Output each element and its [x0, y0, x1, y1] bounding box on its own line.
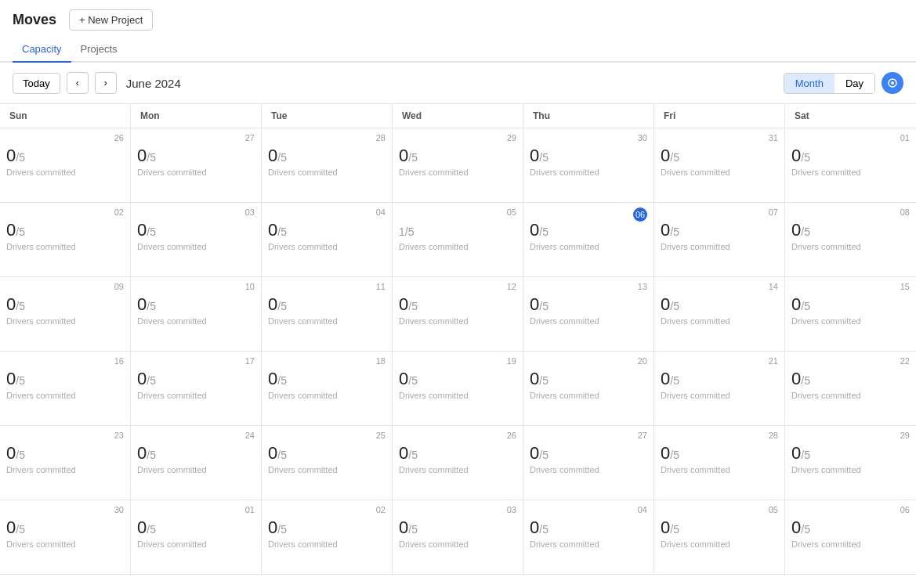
- calendar-cell[interactable]: 130/5Drivers committed: [523, 277, 654, 352]
- cell-label: Drivers committed: [268, 539, 386, 549]
- calendar-cell[interactable]: 110/5Drivers committed: [262, 277, 393, 352]
- cell-count: 0/5: [399, 369, 516, 389]
- calendar-cell[interactable]: 030/5Drivers committed: [393, 500, 523, 575]
- calendar-cell[interactable]: 010/5Drivers committed: [131, 500, 262, 575]
- cell-date: 05: [769, 505, 778, 514]
- calendar-cell[interactable]: 260/5Drivers committed: [393, 426, 523, 500]
- calendar-cell[interactable]: 100/5Drivers committed: [131, 277, 262, 352]
- calendar-cell[interactable]: 230/5Drivers committed: [0, 426, 131, 500]
- calendar-cell[interactable]: 200/5Drivers committed: [523, 352, 654, 426]
- calendar-cell[interactable]: 280/5Drivers committed: [654, 426, 785, 500]
- cell-date: 27: [245, 133, 255, 142]
- cell-count: 0/5: [137, 369, 255, 389]
- header-fri: Fri: [654, 104, 785, 128]
- cell-count: 0/5: [137, 518, 255, 538]
- calendar-cell[interactable]: 051/5Drivers committed: [393, 203, 523, 277]
- calendar-cell[interactable]: 020/5Drivers committed: [262, 500, 393, 575]
- calendar-cell[interactable]: 180/5Drivers committed: [262, 352, 393, 426]
- calendar-header: Sun Mon Tue Wed Thu Fri Sat: [0, 104, 916, 128]
- calendar-cell[interactable]: 050/5Drivers committed: [654, 500, 785, 575]
- cell-date: 17: [245, 356, 255, 366]
- cell-date: 08: [900, 207, 910, 217]
- calendar-cell[interactable]: 040/5Drivers committed: [523, 500, 654, 575]
- calendar-cell[interactable]: 060/5Drivers committed: [785, 500, 916, 575]
- calendar-cell[interactable]: 150/5Drivers committed: [785, 277, 916, 352]
- calendar-cell[interactable]: 270/5Drivers committed: [131, 128, 262, 203]
- calendar-cell[interactable]: 140/5Drivers committed: [654, 277, 785, 352]
- cell-count: 0/5: [268, 369, 386, 389]
- calendar-cell[interactable]: 060/5Drivers committed: [523, 203, 654, 277]
- cell-label: Drivers committed: [6, 465, 124, 474]
- cell-date: 04: [376, 207, 386, 217]
- calendar-cell[interactable]: 160/5Drivers committed: [0, 352, 131, 426]
- cell-label: Drivers committed: [661, 168, 778, 177]
- cell-count: 0/5: [268, 220, 386, 240]
- settings-icon[interactable]: [882, 72, 903, 94]
- cell-date: 31: [769, 133, 778, 142]
- calendar-cell[interactable]: 010/5Drivers committed: [785, 128, 916, 203]
- cell-label: Drivers committed: [399, 465, 516, 474]
- cell-date: 11: [376, 282, 386, 291]
- calendar-cell[interactable]: 210/5Drivers committed: [654, 352, 785, 426]
- cell-label: Drivers committed: [791, 168, 910, 177]
- cell-label: Drivers committed: [791, 391, 910, 400]
- cell-count: 0/5: [137, 220, 255, 240]
- cell-date: 29: [507, 133, 516, 142]
- cell-label: Drivers committed: [6, 316, 124, 326]
- calendar-cell[interactable]: 300/5Drivers committed: [0, 500, 131, 575]
- cell-count: 0/5: [791, 443, 910, 464]
- cell-label: Drivers committed: [530, 391, 647, 400]
- cell-date: 01: [900, 133, 910, 142]
- calendar-cell[interactable]: 300/5Drivers committed: [523, 128, 654, 203]
- calendar-cell[interactable]: 280/5Drivers committed: [262, 128, 393, 203]
- tab-projects[interactable]: Projects: [71, 37, 127, 63]
- cell-date: 20: [638, 356, 647, 366]
- cell-date: 01: [245, 505, 255, 514]
- next-month-button[interactable]: ›: [95, 72, 117, 94]
- cell-label: Drivers committed: [6, 242, 124, 251]
- calendar-cell[interactable]: 260/5Drivers committed: [0, 128, 131, 203]
- calendar-cell[interactable]: 070/5Drivers committed: [654, 203, 785, 277]
- calendar-cell[interactable]: 310/5Drivers committed: [654, 128, 785, 203]
- calendar-cell[interactable]: 080/5Drivers committed: [785, 203, 916, 277]
- calendar-cell[interactable]: 240/5Drivers committed: [131, 426, 262, 500]
- app-title: Moves: [13, 12, 56, 28]
- calendar-cell[interactable]: 190/5Drivers committed: [393, 352, 523, 426]
- cell-date: 03: [245, 207, 255, 217]
- calendar-cell[interactable]: 040/5Drivers committed: [262, 203, 393, 277]
- header-tue: Tue: [262, 104, 393, 128]
- cell-label: Drivers committed: [268, 168, 386, 177]
- cell-label: Drivers committed: [268, 242, 386, 251]
- calendar-cell[interactable]: 250/5Drivers committed: [262, 426, 393, 500]
- cell-count: 0/5: [6, 146, 124, 166]
- calendar-cell[interactable]: 020/5Drivers committed: [0, 203, 131, 277]
- new-project-button[interactable]: + New Project: [69, 9, 153, 31]
- calendar-cell[interactable]: 090/5Drivers committed: [0, 277, 131, 352]
- cell-date: 06: [900, 505, 910, 514]
- month-view-button[interactable]: Month: [784, 74, 835, 93]
- header-wed: Wed: [393, 104, 523, 128]
- cell-count: 0/5: [791, 518, 910, 538]
- calendar-cell[interactable]: 290/5Drivers committed: [785, 426, 916, 500]
- calendar-cell[interactable]: 290/5Drivers committed: [393, 128, 523, 203]
- cell-label: Drivers committed: [268, 316, 386, 326]
- cell-label: Drivers committed: [661, 539, 778, 549]
- today-button[interactable]: Today: [13, 73, 60, 94]
- cell-date: 07: [769, 207, 778, 217]
- day-view-button[interactable]: Day: [835, 74, 874, 93]
- cell-label: Drivers committed: [399, 168, 516, 177]
- cell-date: 02: [376, 505, 386, 514]
- calendar-cell[interactable]: 170/5Drivers committed: [131, 352, 262, 426]
- calendar-cell[interactable]: 120/5Drivers committed: [393, 277, 523, 352]
- calendar-cell[interactable]: 220/5Drivers committed: [785, 352, 916, 426]
- tab-capacity[interactable]: Capacity: [13, 37, 71, 63]
- prev-month-button[interactable]: ‹: [67, 72, 89, 94]
- calendar-cell[interactable]: 030/5Drivers committed: [131, 203, 262, 277]
- calendar-cell[interactable]: 270/5Drivers committed: [523, 426, 654, 500]
- cell-count: 0/5: [661, 146, 778, 166]
- cell-count: 1/5: [399, 220, 516, 240]
- cell-count: 0/5: [268, 518, 386, 538]
- cell-date: 23: [114, 431, 124, 440]
- cell-count: 0/5: [530, 220, 647, 240]
- cell-count: 0/5: [661, 518, 778, 538]
